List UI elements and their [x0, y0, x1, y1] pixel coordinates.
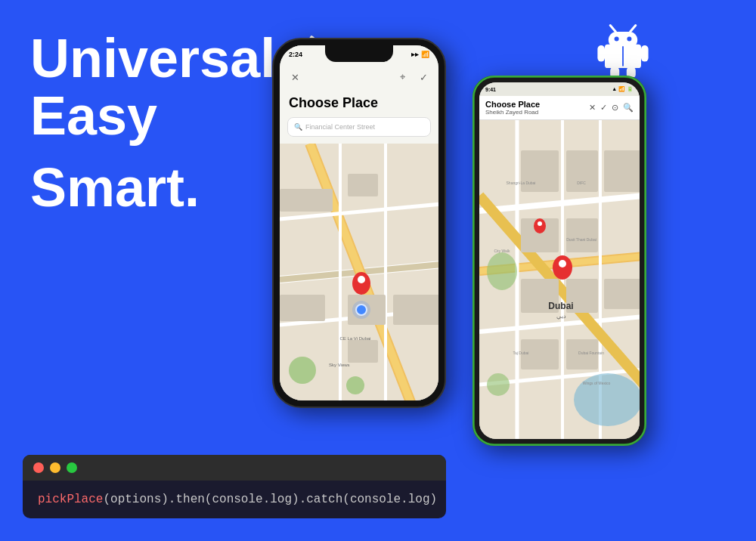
svg-text:Shangri-La Dubai: Shangri-La Dubai	[507, 181, 536, 185]
svg-text:CE La Vi Dubai: CE La Vi Dubai	[340, 336, 371, 341]
svg-text:Taj Dubai: Taj Dubai	[513, 351, 529, 355]
svg-text:Sky Views: Sky Views	[329, 363, 350, 367]
code-content: pickPlace(options).then(console.log).cat…	[23, 481, 446, 518]
svg-text:Wings of Mexico: Wings of Mexico	[583, 381, 611, 385]
iphone-check-button[interactable]: ✓	[416, 70, 431, 85]
svg-point-26	[289, 357, 316, 384]
svg-point-56	[487, 252, 517, 290]
svg-rect-24	[393, 295, 438, 325]
svg-rect-49	[604, 150, 640, 192]
code-block: pickPlace(options).then(console.log).cat…	[23, 455, 446, 518]
iphone-mockup: 2:24 ▸▸ 📶 ✕ ⌖ ✓ Choose Pl	[272, 38, 446, 408]
android-mockup: 9:41 ▲ 📶 🔋 Choose Place Sheikh Zayed Roa…	[472, 76, 646, 446]
svg-line-4	[610, 26, 615, 32]
svg-rect-20	[280, 189, 333, 212]
iphone-screen: 2:24 ▸▸ 📶 ✕ ⌖ ✓ Choose Pl	[280, 45, 438, 400]
iphone-title-bar: Choose Place	[280, 91, 438, 114]
iphone-search-placeholder: Financial Center Street	[305, 123, 375, 131]
svg-text:Dusit Thani Dubai: Dusit Thani Dubai	[566, 237, 596, 242]
svg-rect-1	[609, 32, 637, 48]
android-header-title: Choose Place	[485, 100, 584, 109]
svg-text:Dubai: Dubai	[548, 301, 573, 311]
svg-rect-45	[521, 150, 559, 192]
svg-text:Dubai Fountain: Dubai Fountain	[578, 351, 604, 355]
iphone-location-button[interactable]: ⌖	[395, 70, 410, 85]
svg-rect-47	[566, 150, 598, 192]
svg-point-27	[346, 376, 364, 394]
iphone-status-icons: ▸▸ 📶	[411, 51, 429, 58]
svg-rect-25	[348, 340, 378, 363]
svg-rect-54	[604, 279, 640, 309]
svg-text:DIFC: DIFC	[577, 181, 586, 185]
svg-point-57	[487, 373, 510, 396]
android-search-button[interactable]: 🔍	[623, 103, 634, 113]
android-icon-header	[596, 23, 650, 80]
dot-green	[67, 462, 77, 473]
android-header: Choose Place Sheikh Zayed Road ✕ ✓ ⊙ 🔍	[479, 96, 640, 120]
android-header-text: Choose Place Sheikh Zayed Road	[485, 100, 584, 116]
svg-line-5	[631, 26, 636, 32]
iphone-time: 2:24	[289, 51, 302, 58]
android-status-left: 9:41	[485, 87, 496, 92]
android-robot-icon	[596, 23, 650, 77]
iphone-map: CE La Vi Dubai Sky Views Maps	[280, 144, 438, 400]
android-close-button[interactable]: ✕	[589, 103, 596, 113]
svg-rect-22	[280, 295, 325, 321]
android-header-subtitle: Sheikh Zayed Road	[485, 109, 584, 116]
svg-rect-48	[566, 218, 598, 252]
android-status-right: ▲ 📶 🔋	[612, 86, 634, 92]
svg-point-59	[559, 260, 566, 267]
iphone-map-svg: CE La Vi Dubai Sky Views Maps	[280, 144, 438, 400]
iphone-notch	[325, 45, 393, 62]
svg-point-61	[538, 221, 542, 226]
svg-text:City Walk: City Walk	[494, 249, 510, 253]
svg-rect-7	[641, 45, 649, 62]
iphone-search-icon: 🔍	[294, 123, 302, 131]
code-function-name: pickPlace	[38, 493, 103, 506]
iphone-header: ✕ ⌖ ✓	[280, 63, 438, 91]
android-body: 9:41 ▲ 📶 🔋 Choose Place Sheikh Zayed Roa…	[472, 76, 646, 446]
dot-red	[33, 462, 44, 473]
svg-point-3	[627, 37, 631, 42]
svg-rect-6	[597, 45, 605, 62]
dot-yellow	[50, 462, 60, 473]
android-map-svg: Dubai دبي Shangri-La Dubai DIFC Dusit Th…	[479, 120, 640, 439]
android-check-button[interactable]: ✓	[600, 103, 607, 113]
iphone-close-button[interactable]: ✕	[287, 70, 302, 85]
svg-point-29	[352, 301, 370, 319]
headline-universal: Universal	[30, 30, 275, 88]
svg-text:دبي: دبي	[556, 313, 566, 320]
android-location-button[interactable]: ⊙	[612, 103, 618, 113]
iphone-screen-title: Choose Place	[289, 95, 429, 111]
android-map: Dubai دبي Shangri-La Dubai DIFC Dusit Th…	[479, 120, 640, 439]
code-body: (options).then(console.log).catch(consol…	[103, 493, 437, 506]
svg-point-2	[615, 37, 619, 42]
svg-rect-21	[348, 174, 378, 196]
android-header-icons: ✕ ✓ ⊙ 🔍	[589, 103, 634, 113]
svg-point-31	[358, 276, 365, 283]
iphone-header-icons: ⌖ ✓	[395, 70, 431, 85]
iphone-body: 2:24 ▸▸ 📶 ✕ ⌖ ✓ Choose Pl	[272, 38, 446, 408]
traffic-lights	[23, 455, 446, 481]
iphone-search-bar[interactable]: 🔍 Financial Center Street	[287, 117, 431, 137]
android-screen: 9:41 ▲ 📶 🔋 Choose Place Sheikh Zayed Roa…	[479, 82, 640, 439]
android-status-bar: 9:41 ▲ 📶 🔋	[479, 82, 640, 96]
